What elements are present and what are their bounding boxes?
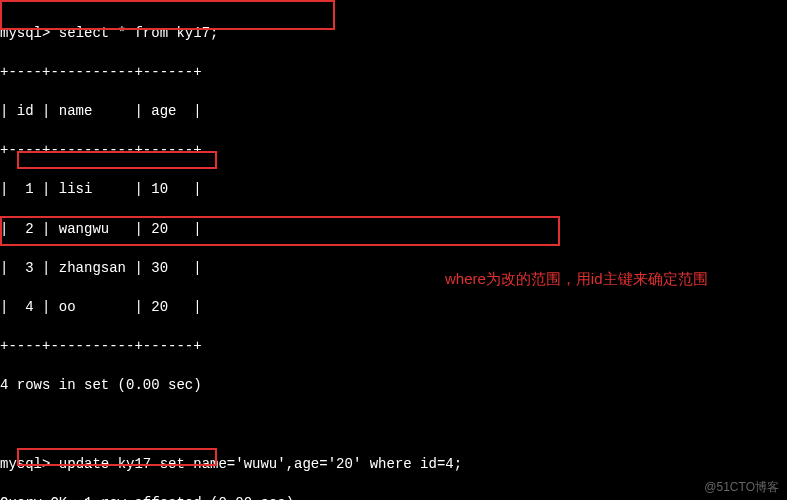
update-result-1: Query OK, 1 row affected (0.00 sec) [0,494,787,500]
table-sep: +----+----------+------+ [0,337,787,357]
prompt-line-1: mysql> select * from ky17; [0,24,787,44]
mysql-prompt: mysql> [0,25,50,41]
blank-line [0,415,787,435]
sql-update: update ky17 set name='wuwu',age='20' whe… [59,456,462,472]
terminal-output: mysql> select * from ky17; +----+-------… [0,4,787,500]
table-sep: +----+----------+------+ [0,63,787,83]
table-row: | 1 | lisi | 10 | [0,180,787,200]
prompt-line-2: mysql> update ky17 set name='wuwu',age='… [0,455,787,475]
mysql-prompt: mysql> [0,456,50,472]
sql-select-1: select * from ky17; [59,25,219,41]
watermark: @51CTO博客 [704,479,779,496]
table-row: | 4 | oo | 20 | [0,298,787,318]
table-sep: +----+----------+------+ [0,141,787,161]
table-row: | 2 | wangwu | 20 | [0,220,787,240]
annotation-where: where为改的范围，用id主键来确定范围 [445,268,708,289]
result-status-1: 4 rows in set (0.00 sec) [0,376,787,396]
table-header-1: | id | name | age | [0,102,787,122]
